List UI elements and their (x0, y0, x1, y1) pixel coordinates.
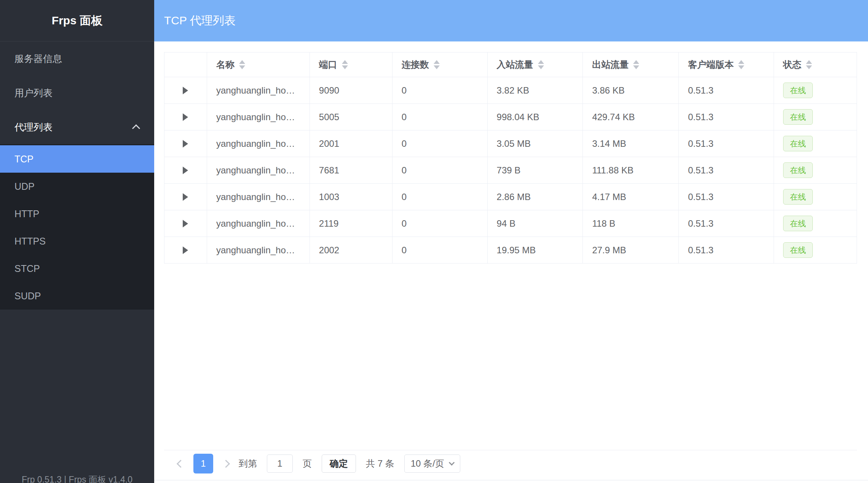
sidebar-item-user-list[interactable]: 用户列表 (0, 76, 154, 110)
cell-connections: 0 (393, 77, 488, 103)
prev-page-button[interactable] (177, 459, 185, 467)
cell-status: 在线 (774, 77, 857, 103)
confirm-button[interactable]: 确定 (322, 454, 356, 473)
table-row: yanghuanglin_ho… 7681 0 739 B 111.88 KB … (164, 157, 857, 184)
expand-arrow-icon[interactable] (183, 167, 188, 174)
cell-connections: 0 (393, 184, 488, 210)
cell-connections: 0 (393, 237, 488, 263)
expand-arrow-icon[interactable] (183, 87, 188, 94)
page-title: TCP 代理列表 (164, 13, 236, 29)
header-label: 连接数 (402, 59, 429, 71)
expand-cell[interactable] (164, 184, 207, 210)
cell-traffic-in: 998.04 KB (488, 104, 583, 130)
sidebar-item-label: 代理列表 (14, 121, 53, 133)
status-badge: 在线 (783, 162, 813, 178)
sort-carets-icon[interactable] (633, 60, 639, 69)
cell-connections: 0 (393, 157, 488, 183)
cell-name: yanghuanglin_ho… (207, 104, 310, 130)
table-row: yanghuanglin_ho… 2002 0 19.95 MB 27.9 MB… (164, 237, 857, 264)
sidebar-item-https[interactable]: HTTPS (0, 227, 154, 255)
cell-status: 在线 (774, 237, 857, 263)
cell-version: 0.51.3 (679, 130, 774, 157)
cell-name: yanghuanglin_ho… (207, 77, 310, 103)
cell-version: 0.51.3 (679, 157, 774, 183)
header-client-version[interactable]: 客户端版本 (679, 52, 774, 77)
cell-port: 5005 (310, 104, 393, 130)
cell-port: 2119 (310, 210, 393, 237)
proxy-submenu: TCP UDP HTTP HTTPS STCP SUDP (0, 144, 154, 310)
expand-cell[interactable] (164, 237, 207, 263)
page-header: TCP 代理列表 (154, 0, 868, 41)
header-label: 状态 (783, 59, 801, 71)
proxy-table: 名称 端口 连接数 入站流量 出站流量 客户端版本 (164, 52, 857, 264)
header-port[interactable]: 端口 (310, 52, 393, 77)
status-badge: 在线 (783, 189, 813, 205)
cell-version: 0.51.3 (679, 104, 774, 130)
cell-port: 2001 (310, 130, 393, 157)
cell-name: yanghuanglin_ho… (207, 157, 310, 183)
sidebar-item-server-info[interactable]: 服务器信息 (0, 41, 154, 76)
table-row: yanghuanglin_ho… 5005 0 998.04 KB 429.74… (164, 104, 857, 130)
sidebar-item-stcp[interactable]: STCP (0, 255, 154, 282)
header-traffic-out[interactable]: 出站流量 (583, 52, 679, 77)
expand-arrow-icon[interactable] (183, 193, 188, 201)
sort-carets-icon[interactable] (239, 60, 245, 69)
header-traffic-in[interactable]: 入站流量 (488, 52, 583, 77)
chevron-down-icon (448, 459, 455, 466)
sort-carets-icon[interactable] (434, 60, 440, 69)
sidebar: Frps 面板 服务器信息 用户列表 代理列表 TCP UDP HTTP HTT… (0, 0, 154, 483)
header-label: 名称 (216, 59, 235, 71)
cell-status: 在线 (774, 104, 857, 130)
cell-traffic-out: 429.74 KB (583, 104, 679, 130)
table-header-row: 名称 端口 连接数 入站流量 出站流量 客户端版本 (164, 52, 857, 77)
header-expand (164, 52, 207, 77)
content-area: 名称 端口 连接数 入站流量 出站流量 客户端版本 (154, 41, 868, 483)
expand-cell[interactable] (164, 130, 207, 157)
cell-traffic-in: 2.86 MB (488, 184, 583, 210)
cell-connections: 0 (393, 210, 488, 237)
header-name[interactable]: 名称 (207, 52, 310, 77)
header-label: 端口 (319, 59, 337, 71)
cell-name: yanghuanglin_ho… (207, 237, 310, 263)
table-bottom-border (164, 450, 857, 450)
table-row: yanghuanglin_ho… 9090 0 3.82 KB 3.86 KB … (164, 77, 857, 104)
expand-cell[interactable] (164, 210, 207, 237)
cell-port: 9090 (310, 77, 393, 103)
next-page-button[interactable] (222, 459, 230, 467)
cell-version: 0.51.3 (679, 210, 774, 237)
sort-carets-icon[interactable] (538, 60, 544, 69)
expand-cell[interactable] (164, 157, 207, 183)
sidebar-item-udp[interactable]: UDP (0, 173, 154, 200)
table-row: yanghuanglin_ho… 2119 0 94 B 118 B 0.51.… (164, 210, 857, 237)
expand-arrow-icon[interactable] (183, 246, 188, 254)
header-label: 客户端版本 (688, 59, 734, 71)
expand-arrow-icon[interactable] (183, 113, 188, 121)
header-connections[interactable]: 连接数 (393, 52, 488, 77)
sort-carets-icon[interactable] (342, 60, 348, 69)
sort-carets-icon[interactable] (806, 60, 812, 69)
cell-traffic-out: 3.14 MB (583, 130, 679, 157)
app-title: Frps 面板 (0, 0, 154, 41)
sidebar-item-tcp[interactable]: TCP (0, 145, 154, 173)
header-label: 入站流量 (497, 59, 533, 71)
total-count-label: 共 7 条 (366, 458, 394, 470)
page-number-active[interactable]: 1 (193, 454, 213, 473)
header-status[interactable]: 状态 (774, 52, 857, 77)
expand-cell[interactable] (164, 77, 207, 103)
goto-page-input[interactable] (267, 454, 293, 473)
page-size-select[interactable]: 10 条/页 (404, 454, 460, 473)
sort-carets-icon[interactable] (738, 60, 744, 69)
sidebar-item-sudp[interactable]: SUDP (0, 282, 154, 310)
expand-arrow-icon[interactable] (183, 140, 188, 148)
expand-arrow-icon[interactable] (183, 220, 188, 227)
cell-traffic-in: 19.95 MB (488, 237, 583, 263)
cell-port: 1003 (310, 184, 393, 210)
sidebar-item-http[interactable]: HTTP (0, 200, 154, 227)
sidebar-item-proxy-list[interactable]: 代理列表 (0, 110, 154, 144)
expand-cell[interactable] (164, 104, 207, 130)
cell-connections: 0 (393, 130, 488, 157)
sidebar-item-label: 服务器信息 (14, 52, 62, 65)
table-row: yanghuanglin_ho… 1003 0 2.86 MB 4.17 MB … (164, 184, 857, 210)
cell-traffic-out: 3.86 KB (583, 77, 679, 103)
cell-traffic-in: 739 B (488, 157, 583, 183)
